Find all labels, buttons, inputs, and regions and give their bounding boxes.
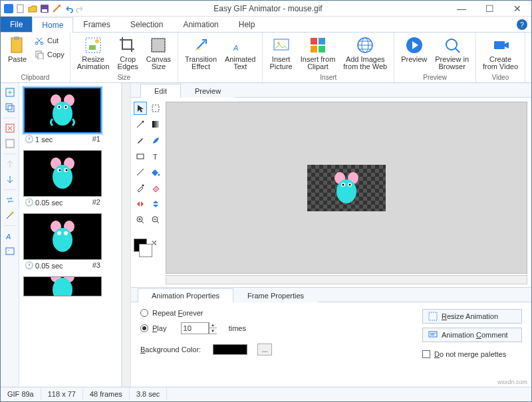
tab-animation-properties[interactable]: Animation Properties <box>138 288 233 302</box>
fill-tool-icon[interactable] <box>149 165 162 179</box>
tab-animation[interactable]: Animation <box>173 17 228 32</box>
group-video: Video <box>492 73 509 82</box>
tool-image-icon[interactable] <box>3 245 17 258</box>
new-icon[interactable] <box>15 3 26 14</box>
svg-rect-13 <box>152 39 165 52</box>
add-web-images-button[interactable]: Add Images from the Web <box>340 34 390 72</box>
marquee-tool-icon[interactable] <box>149 102 162 115</box>
merge-palettes-checkbox[interactable]: Do not merge palettes <box>422 350 506 358</box>
svg-point-34 <box>8 250 9 251</box>
preview-button[interactable]: Preview <box>398 34 430 64</box>
svg-point-51 <box>53 228 72 252</box>
eyedropper-tool-icon[interactable] <box>134 181 147 195</box>
swap-colors-icon[interactable]: ⤭ <box>151 239 163 247</box>
canvas-size-button[interactable]: Canvas Size <box>144 34 174 72</box>
wand-tool-icon[interactable] <box>134 118 147 131</box>
redo-icon[interactable] <box>75 3 86 14</box>
resize-animation-button[interactable]: Resize Animation <box>422 309 522 324</box>
wizard-icon[interactable] <box>51 3 62 14</box>
eraser-tool-icon[interactable] <box>149 181 162 195</box>
tool-add-frame-icon[interactable] <box>3 86 17 99</box>
save-icon[interactable] <box>39 3 50 14</box>
transition-button[interactable]: Transition Effect <box>182 34 219 72</box>
svg-text:A: A <box>233 44 238 52</box>
maximize-button[interactable]: ☐ <box>475 1 503 17</box>
status-duration: 3.8 sec <box>130 387 167 400</box>
preview-browser-button[interactable]: Preview in Browser <box>432 34 471 72</box>
left-toolbar: A <box>1 83 19 387</box>
play-count-stepper[interactable]: ▲▼ <box>209 322 217 334</box>
svg-rect-18 <box>311 38 317 45</box>
tab-selection[interactable]: Selection <box>120 17 173 32</box>
svg-rect-21 <box>319 46 325 52</box>
bgcolor-swatch[interactable] <box>213 344 247 355</box>
background-color[interactable] <box>139 244 152 257</box>
insert-picture-button[interactable]: Insert Picture <box>267 34 295 72</box>
animated-text-button[interactable]: AAnimated Text <box>222 34 258 72</box>
tab-help[interactable]: Help <box>229 17 265 32</box>
canvas-hscrollbar[interactable] <box>166 275 527 284</box>
tool-duplicate-icon[interactable] <box>3 101 17 114</box>
text-tool-icon[interactable]: T <box>149 150 162 163</box>
file-menu[interactable]: File <box>1 17 32 32</box>
brush-tool-icon[interactable] <box>149 134 162 147</box>
tab-home[interactable]: Home <box>32 17 73 33</box>
svg-rect-29 <box>8 106 14 112</box>
repeat-forever-radio[interactable]: Repeat Forever <box>140 309 272 317</box>
canvas[interactable] <box>166 102 527 274</box>
paste-button[interactable]: Paste <box>5 34 30 64</box>
tool-movedown-icon[interactable] <box>3 173 17 186</box>
tool-delete-icon[interactable] <box>3 122 17 135</box>
minimize-button[interactable]: — <box>448 1 475 17</box>
crop-button[interactable]: Crop Edges <box>115 34 141 72</box>
create-from-video-button[interactable]: Create from Video <box>480 34 521 72</box>
open-icon[interactable] <box>27 3 38 14</box>
tool-reverse-icon[interactable] <box>3 193 17 207</box>
tool-moveup-icon[interactable] <box>3 157 17 171</box>
frame-item[interactable] <box>23 276 117 296</box>
pencil-tool-icon[interactable] <box>134 134 147 147</box>
svg-rect-5 <box>14 37 19 40</box>
tab-frame-properties[interactable]: Frame Properties <box>233 288 318 302</box>
tool-clear-icon[interactable] <box>3 137 17 150</box>
status-framecount: 48 frames <box>83 387 130 400</box>
frame-item[interactable]: 🕐 0.05 sec#2 <box>23 150 117 207</box>
line-tool-icon[interactable] <box>134 165 147 179</box>
svg-text:A: A <box>5 233 11 241</box>
titlebar: Easy GIF Animator - mouse.gif — ☐ ✕ <box>1 1 531 17</box>
editor-tab-preview[interactable]: Preview <box>181 84 235 98</box>
svg-rect-60 <box>137 154 144 159</box>
svg-rect-73 <box>429 312 437 320</box>
bgcolor-picker-button[interactable]: ... <box>257 344 272 355</box>
animation-comment-button[interactable]: Animation Comment <box>422 328 522 342</box>
pointer-tool-icon[interactable] <box>134 102 147 115</box>
fliph-tool-icon[interactable] <box>134 197 147 211</box>
frame-item[interactable]: 🕐 0.05 sec#3 <box>23 213 117 270</box>
rect-tool-icon[interactable] <box>134 150 147 163</box>
zoomin-tool-icon[interactable] <box>134 213 147 227</box>
insert-clipart-button[interactable]: Insert from Clipart <box>298 34 338 72</box>
svg-rect-4 <box>11 38 22 52</box>
flipv-tool-icon[interactable] <box>149 197 162 211</box>
help-icon[interactable]: ? <box>517 19 527 30</box>
zoomout-tool-icon[interactable] <box>149 213 162 227</box>
tool-wand-icon[interactable] <box>3 209 17 222</box>
editor-tab-edit[interactable]: Edit <box>140 84 181 98</box>
group-size: Size <box>118 73 130 82</box>
undo-icon[interactable] <box>63 3 74 14</box>
copy-button[interactable]: Copy <box>33 48 66 61</box>
frames-scrollbar[interactable] <box>122 83 131 387</box>
svg-point-68 <box>336 179 356 203</box>
close-button[interactable]: ✕ <box>503 1 531 17</box>
svg-point-72 <box>349 183 351 185</box>
frame-item[interactable]: 🕐 1 sec#1 <box>23 87 117 144</box>
svg-point-53 <box>64 231 68 235</box>
gradient-tool-icon[interactable] <box>149 118 162 131</box>
svg-rect-33 <box>6 248 14 254</box>
resize-button[interactable]: Resize Animation <box>74 34 112 72</box>
tab-frames[interactable]: Frames <box>73 17 120 32</box>
play-radio[interactable] <box>140 324 148 332</box>
tool-text-icon[interactable]: A <box>3 229 17 243</box>
cut-button[interactable]: Cut <box>33 34 66 47</box>
play-count-input[interactable]: 10 <box>181 322 209 334</box>
